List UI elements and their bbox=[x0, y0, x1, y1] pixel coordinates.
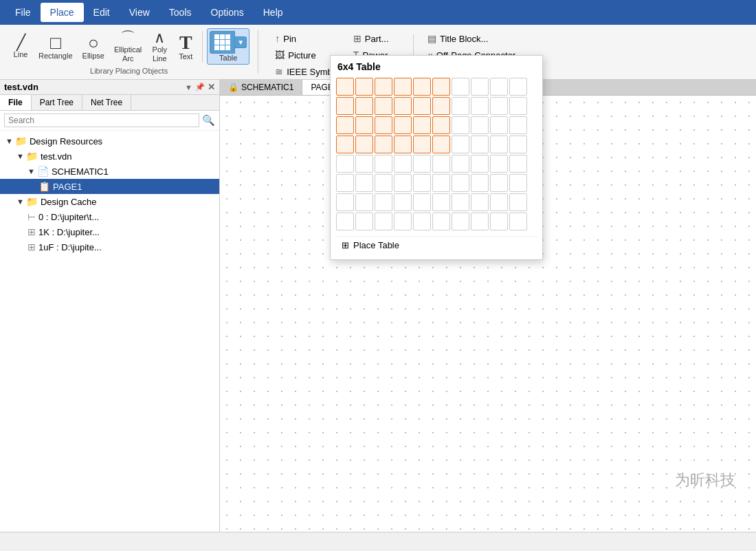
grid-cell-6-6[interactable] bbox=[452, 193, 469, 211]
grid-cell-7-8[interactable] bbox=[490, 213, 508, 230]
part-tool[interactable]: ⊞ Part... bbox=[351, 32, 402, 45]
tab-file[interactable]: File bbox=[0, 95, 32, 110]
grid-cell-3-8[interactable] bbox=[490, 136, 508, 153]
grid-cell-0-8[interactable] bbox=[490, 78, 508, 96]
poly-line-tool[interactable]: ∧ PolyLine bbox=[147, 28, 172, 65]
grid-cell-1-9[interactable] bbox=[509, 97, 527, 115]
menu-help[interactable]: Help bbox=[254, 3, 293, 22]
grid-cell-1-1[interactable] bbox=[355, 97, 373, 115]
grid-cell-7-2[interactable] bbox=[375, 213, 392, 230]
grid-cell-3-9[interactable] bbox=[509, 136, 527, 153]
tab-net-tree[interactable]: Net Tree bbox=[82, 95, 131, 110]
grid-cell-6-4[interactable] bbox=[413, 193, 431, 211]
grid-cell-2-9[interactable] bbox=[509, 116, 527, 134]
table-grid[interactable] bbox=[336, 78, 537, 230]
grid-cell-2-2[interactable] bbox=[375, 116, 392, 134]
rectangle-tool[interactable]: □ Rectangle bbox=[34, 32, 77, 62]
search-input[interactable] bbox=[4, 114, 199, 127]
grid-cell-1-5[interactable] bbox=[432, 97, 450, 115]
grid-cell-7-5[interactable] bbox=[432, 213, 450, 230]
panel-pin-icon[interactable]: 📌 bbox=[195, 83, 205, 91]
menu-options[interactable]: Options bbox=[201, 3, 254, 22]
grid-cell-5-5[interactable] bbox=[432, 174, 450, 192]
ellipse-tool[interactable]: ○ Ellipse bbox=[78, 32, 109, 62]
grid-cell-5-3[interactable] bbox=[394, 174, 412, 192]
grid-cell-1-6[interactable] bbox=[452, 97, 469, 115]
grid-cell-2-4[interactable] bbox=[413, 116, 431, 134]
tree-item-comp0[interactable]: ⊢ 0 : D:\jupiter\t... bbox=[0, 209, 219, 224]
grid-cell-5-8[interactable] bbox=[490, 174, 508, 192]
tree-item-schematic1[interactable]: ▼ 📄 SCHEMATIC1 bbox=[0, 164, 219, 179]
grid-cell-5-6[interactable] bbox=[452, 174, 469, 192]
grid-cell-4-9[interactable] bbox=[509, 155, 527, 173]
grid-cell-7-9[interactable] bbox=[509, 213, 527, 230]
grid-cell-3-3[interactable] bbox=[394, 136, 412, 153]
tab-part-tree[interactable]: Part Tree bbox=[32, 95, 82, 110]
table-icon-btn[interactable] bbox=[210, 31, 235, 54]
grid-cell-1-4[interactable] bbox=[413, 97, 431, 115]
grid-cell-6-0[interactable] bbox=[336, 193, 354, 211]
table-dropdown-arrow[interactable]: ▼ bbox=[235, 36, 247, 48]
grid-cell-5-7[interactable] bbox=[471, 174, 489, 192]
grid-cell-1-3[interactable] bbox=[394, 97, 412, 115]
grid-cell-6-5[interactable] bbox=[432, 193, 450, 211]
tree-item-test-vdn[interactable]: ▼ 📁 test.vdn bbox=[0, 149, 219, 164]
menu-edit[interactable]: Edit bbox=[84, 3, 120, 22]
grid-cell-0-5[interactable] bbox=[432, 78, 450, 96]
grid-cell-0-0[interactable] bbox=[336, 78, 354, 96]
panel-pin-btn[interactable]: ▼ bbox=[185, 83, 192, 91]
grid-cell-7-7[interactable] bbox=[471, 213, 489, 230]
grid-cell-7-1[interactable] bbox=[355, 213, 373, 230]
grid-cell-6-2[interactable] bbox=[375, 193, 392, 211]
grid-cell-3-1[interactable] bbox=[355, 136, 373, 153]
place-table-button[interactable]: ⊞ Place Table bbox=[336, 236, 537, 254]
grid-cell-6-3[interactable] bbox=[394, 193, 412, 211]
table-tool[interactable]: ▼ Table bbox=[207, 28, 249, 65]
tree-item-comp1k[interactable]: ⊞ 1K : D:\jupiter... bbox=[0, 224, 219, 239]
grid-cell-7-4[interactable] bbox=[413, 213, 431, 230]
tab-schematic1[interactable]: 🔒 SCHEMATIC1 bbox=[220, 80, 302, 95]
menu-tools[interactable]: Tools bbox=[159, 3, 201, 22]
grid-cell-2-8[interactable] bbox=[490, 116, 508, 134]
grid-cell-2-1[interactable] bbox=[355, 116, 373, 134]
grid-cell-7-0[interactable] bbox=[336, 213, 354, 230]
pin-tool[interactable]: ↑ Pin bbox=[272, 32, 342, 45]
grid-cell-3-4[interactable] bbox=[413, 136, 431, 153]
grid-cell-4-5[interactable] bbox=[432, 155, 450, 173]
tree-item-design-cache[interactable]: ▼ 📁 Design Cache bbox=[0, 194, 219, 209]
grid-cell-0-7[interactable] bbox=[471, 78, 489, 96]
grid-cell-6-9[interactable] bbox=[509, 193, 527, 211]
grid-cell-0-6[interactable] bbox=[452, 78, 469, 96]
grid-cell-4-1[interactable] bbox=[355, 155, 373, 173]
grid-cell-3-0[interactable] bbox=[336, 136, 354, 153]
grid-cell-0-4[interactable] bbox=[413, 78, 431, 96]
grid-cell-4-3[interactable] bbox=[394, 155, 412, 173]
tree-item-page1[interactable]: 📋 PAGE1 bbox=[0, 179, 219, 194]
grid-cell-4-6[interactable] bbox=[452, 155, 469, 173]
grid-cell-1-2[interactable] bbox=[375, 97, 392, 115]
grid-cell-1-0[interactable] bbox=[336, 97, 354, 115]
grid-cell-4-2[interactable] bbox=[375, 155, 392, 173]
grid-cell-4-0[interactable] bbox=[336, 155, 354, 173]
tree-item-comp1uf[interactable]: ⊞ 1uF : D:\jupite... bbox=[0, 239, 219, 255]
menu-place[interactable]: Place bbox=[41, 3, 84, 22]
grid-cell-3-2[interactable] bbox=[375, 136, 392, 153]
grid-cell-7-6[interactable] bbox=[452, 213, 469, 230]
grid-cell-0-3[interactable] bbox=[394, 78, 412, 96]
panel-close-btn[interactable]: ✕ bbox=[208, 82, 215, 92]
grid-cell-5-4[interactable] bbox=[413, 174, 431, 192]
grid-cell-2-3[interactable] bbox=[394, 116, 412, 134]
grid-cell-6-1[interactable] bbox=[355, 193, 373, 211]
grid-cell-2-7[interactable] bbox=[471, 116, 489, 134]
grid-cell-1-7[interactable] bbox=[471, 97, 489, 115]
line-tool[interactable]: ╱ Line bbox=[8, 33, 33, 61]
grid-cell-5-0[interactable] bbox=[336, 174, 354, 192]
menu-file[interactable]: File bbox=[5, 3, 41, 22]
grid-cell-6-7[interactable] bbox=[471, 193, 489, 211]
text-tool[interactable]: T Text bbox=[173, 31, 198, 63]
grid-cell-0-1[interactable] bbox=[355, 78, 373, 96]
grid-cell-7-3[interactable] bbox=[394, 213, 412, 230]
grid-cell-2-0[interactable] bbox=[336, 116, 354, 134]
grid-cell-1-8[interactable] bbox=[490, 97, 508, 115]
grid-cell-0-9[interactable] bbox=[509, 78, 527, 96]
